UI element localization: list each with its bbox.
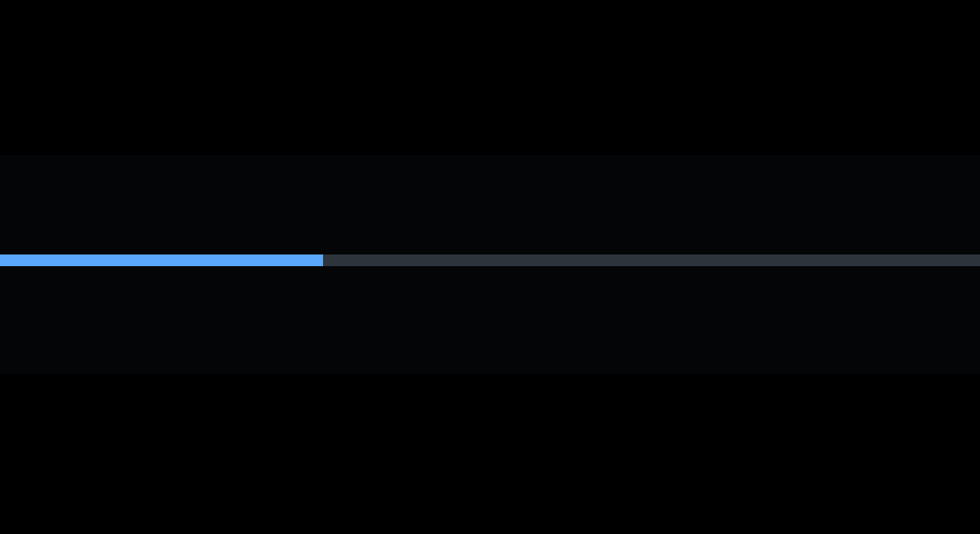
progress-bar-fill	[0, 254, 323, 266]
